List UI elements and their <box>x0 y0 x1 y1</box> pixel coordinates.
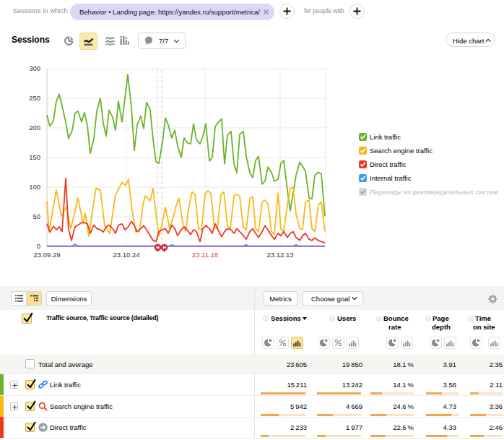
svg-text:50: 50 <box>32 212 40 220</box>
svg-text:23.11.18: 23.11.18 <box>192 251 218 259</box>
svg-text:H: H <box>156 245 160 250</box>
svg-text:300: 300 <box>29 64 40 72</box>
svg-text:150: 150 <box>29 153 40 161</box>
svg-text:200: 200 <box>29 124 40 131</box>
svg-text:0: 0 <box>37 242 40 250</box>
svg-text:23.09.29: 23.09.29 <box>34 251 61 259</box>
svg-text:250: 250 <box>29 94 40 102</box>
svg-text:23.10.24: 23.10.24 <box>113 251 140 259</box>
svg-text:H: H <box>162 245 166 250</box>
svg-text:23.12.13: 23.12.13 <box>267 251 294 259</box>
svg-text:100: 100 <box>29 183 40 191</box>
